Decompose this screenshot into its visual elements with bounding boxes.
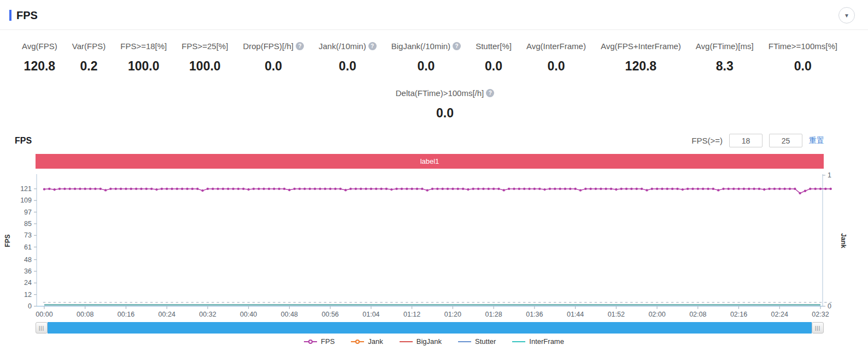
fps-data-point[interactable] bbox=[355, 188, 357, 190]
fps-data-point[interactable] bbox=[641, 188, 643, 190]
fps-data-point[interactable] bbox=[773, 188, 776, 190]
fps-data-point[interactable] bbox=[278, 188, 280, 190]
fps-data-point[interactable] bbox=[595, 188, 597, 190]
fps-data-point[interactable] bbox=[763, 188, 765, 191]
fps-data-point[interactable] bbox=[344, 189, 347, 191]
fps-data-point[interactable] bbox=[538, 188, 541, 190]
fps-data-point[interactable] bbox=[697, 188, 699, 190]
fps-data-point[interactable] bbox=[314, 188, 316, 190]
fps-data-point[interactable] bbox=[196, 188, 198, 190]
fps-data-point[interactable] bbox=[636, 188, 638, 190]
chart-range-scrollbar[interactable]: ||| ||| bbox=[36, 322, 824, 334]
fps-data-point[interactable] bbox=[120, 188, 122, 190]
fps-data-point[interactable] bbox=[488, 188, 490, 190]
fps-data-point[interactable] bbox=[549, 188, 551, 190]
fps-data-point[interactable] bbox=[334, 188, 336, 190]
fps-data-point[interactable] bbox=[768, 188, 770, 190]
fps-data-point[interactable] bbox=[63, 188, 66, 190]
fps-data-point[interactable] bbox=[216, 188, 219, 190]
fps-data-point[interactable] bbox=[712, 188, 714, 190]
fps-data-point[interactable] bbox=[467, 188, 469, 191]
fps-data-point[interactable] bbox=[702, 188, 704, 190]
fps-data-point[interactable] bbox=[309, 188, 311, 190]
fps-data-point[interactable] bbox=[370, 188, 372, 190]
fps-data-point[interactable] bbox=[707, 188, 709, 190]
legend-item-stutter[interactable]: Stutter bbox=[458, 337, 496, 346]
fps-data-point[interactable] bbox=[242, 188, 244, 190]
fps-data-point[interactable] bbox=[288, 189, 290, 191]
fps-data-point[interactable] bbox=[109, 188, 112, 190]
fps-data-point[interactable] bbox=[610, 188, 612, 190]
fps-data-point[interactable] bbox=[442, 188, 444, 190]
fps-data-point[interactable] bbox=[457, 188, 459, 190]
fps-data-point[interactable] bbox=[212, 188, 214, 190]
fps-data-point[interactable] bbox=[748, 188, 750, 190]
fps-data-point[interactable] bbox=[104, 189, 107, 191]
fps-data-point[interactable] bbox=[513, 188, 515, 190]
fps-data-point[interactable] bbox=[360, 188, 362, 190]
help-icon[interactable]: ? bbox=[486, 89, 494, 97]
fps-data-point[interactable] bbox=[410, 188, 413, 190]
fps-data-point[interactable] bbox=[462, 188, 464, 190]
fps-data-point[interactable] bbox=[324, 188, 326, 190]
fps-data-point[interactable] bbox=[145, 188, 148, 190]
fps-data-point[interactable] bbox=[176, 188, 178, 190]
fps-data-point[interactable] bbox=[824, 188, 826, 190]
fps-data-point[interactable] bbox=[303, 188, 306, 190]
fps-data-point[interactable] bbox=[380, 188, 382, 190]
fps-data-point[interactable] bbox=[298, 188, 301, 190]
fps-data-point[interactable] bbox=[589, 188, 591, 190]
scrollbar-right-handle[interactable]: ||| bbox=[812, 322, 824, 334]
fps-data-point[interactable] bbox=[809, 188, 811, 190]
fps-data-point[interactable] bbox=[518, 188, 520, 190]
fps-data-point[interactable] bbox=[349, 188, 351, 190]
fps-data-point[interactable] bbox=[421, 188, 423, 190]
fps-data-point[interactable] bbox=[661, 188, 663, 190]
fps-data-point[interactable] bbox=[799, 192, 801, 194]
fps-data-point[interactable] bbox=[543, 188, 546, 191]
fps-data-point[interactable] bbox=[385, 188, 388, 190]
fps-data-point[interactable] bbox=[207, 188, 209, 190]
fps-data-point[interactable] bbox=[227, 188, 229, 190]
fps-data-point[interactable] bbox=[819, 188, 822, 190]
fps-data-point[interactable] bbox=[559, 188, 561, 190]
fps-data-point[interactable] bbox=[451, 188, 454, 190]
fps-data-point[interactable] bbox=[569, 188, 571, 190]
fps-data-point[interactable] bbox=[263, 188, 265, 190]
fps-data-point[interactable] bbox=[99, 188, 102, 190]
fps-data-point[interactable] bbox=[732, 188, 735, 190]
reset-link[interactable]: 重置 bbox=[809, 136, 824, 146]
fps-data-point[interactable] bbox=[89, 188, 91, 190]
fps-data-point[interactable] bbox=[283, 188, 285, 190]
fps-data-point[interactable] bbox=[630, 188, 632, 190]
fps-data-point[interactable] bbox=[222, 188, 224, 190]
fps-data-point[interactable] bbox=[656, 188, 658, 190]
fps-data-point[interactable] bbox=[651, 188, 653, 190]
fps-data-point[interactable] bbox=[497, 188, 500, 190]
fps-data-point[interactable] bbox=[477, 188, 479, 190]
fps-data-point[interactable] bbox=[406, 188, 408, 190]
fps-data-point[interactable] bbox=[125, 188, 127, 190]
fps-data-point[interactable] bbox=[620, 188, 623, 190]
fps-data-point[interactable] bbox=[789, 188, 791, 190]
fps-chart[interactable]: 012243648617385971091210100:0000:0800:16… bbox=[0, 172, 868, 321]
fps-data-point[interactable] bbox=[426, 189, 429, 191]
fps-data-point[interactable] bbox=[753, 188, 755, 190]
fps-data-point[interactable] bbox=[783, 188, 785, 190]
fps-data-point[interactable] bbox=[554, 188, 556, 190]
fps-data-point[interactable] bbox=[814, 188, 817, 190]
fps-data-point[interactable] bbox=[528, 188, 530, 190]
fps-data-point[interactable] bbox=[201, 189, 203, 192]
fps-data-point[interactable] bbox=[682, 188, 684, 191]
fps-data-point[interactable] bbox=[401, 188, 403, 190]
fps-data-point[interactable] bbox=[395, 188, 397, 190]
fps-data-point[interactable] bbox=[472, 188, 474, 190]
fps-data-point[interactable] bbox=[605, 188, 607, 190]
help-icon[interactable]: ? bbox=[296, 42, 304, 50]
fps-data-point[interactable] bbox=[436, 188, 438, 190]
fps-data-point[interactable] bbox=[600, 188, 602, 190]
fps-data-point[interactable] bbox=[161, 188, 163, 190]
chevron-down-icon[interactable]: ▼ bbox=[838, 7, 855, 23]
fps-data-point[interactable] bbox=[722, 188, 724, 190]
fps-data-point[interactable] bbox=[94, 188, 96, 190]
